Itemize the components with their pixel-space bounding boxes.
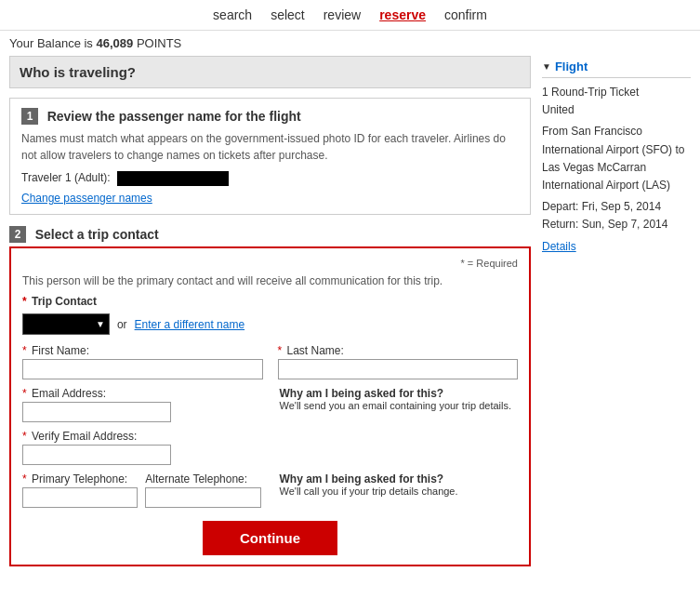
balance-unit: POINTS xyxy=(137,36,181,50)
step2-outer: 2 Select a trip contact * = Required Thi… xyxy=(9,226,531,566)
verify-email-label: * Verify Email Address: xyxy=(22,430,261,443)
section-title: Who is traveling? xyxy=(20,64,136,80)
first-name-input[interactable] xyxy=(22,359,263,379)
why-phone-title: Why am I being asked for this? xyxy=(280,472,519,486)
traveler-label: Traveler 1 (Adult): xyxy=(21,171,111,184)
sidebar-collapse-icon[interactable]: ▼ xyxy=(542,61,551,72)
primary-phone-input[interactable] xyxy=(22,487,138,508)
sidebar-content: 1 Round-Trip Ticket United From San Fran… xyxy=(542,84,691,256)
sidebar-route: From San Francisco International Airport… xyxy=(542,123,691,194)
step2-block: * = Required This person will be the pri… xyxy=(9,246,531,566)
balance-bar: Your Balance is 46,089 POINTS xyxy=(0,31,700,56)
phone-left: * Primary Telephone: Alternate Telephone… xyxy=(22,472,261,508)
select-arrow-icon: ▼ xyxy=(96,319,105,329)
top-navigation: search select review reserve confirm xyxy=(0,0,700,31)
contact-section-label: Trip Contact xyxy=(32,295,97,308)
enter-different-name-link[interactable]: Enter a different name xyxy=(135,318,245,331)
nav-review[interactable]: review xyxy=(324,7,361,22)
primary-phone-label: * Primary Telephone: xyxy=(22,472,138,486)
required-note: * = Required xyxy=(22,258,518,269)
nav-confirm[interactable]: confirm xyxy=(444,7,487,22)
name-row: * First Name: * Last Name: xyxy=(22,344,518,379)
balance-prefix: Your Balance is xyxy=(9,36,93,50)
req-marker: * xyxy=(22,295,27,308)
email-label: * Email Address: xyxy=(22,387,261,400)
phone-section: * Primary Telephone: Alternate Telephone… xyxy=(22,472,518,508)
alt-phone-input[interactable] xyxy=(145,487,260,508)
email-input[interactable] xyxy=(22,402,171,422)
why-email-text: We'll send you an email containing your … xyxy=(280,400,519,411)
alt-phone-field: Alternate Telephone: xyxy=(145,472,260,508)
why-phone-text: We'll call you if your trip details chan… xyxy=(280,486,519,497)
step1-block: 1 Review the passenger name for the flig… xyxy=(9,98,531,215)
continue-btn-row: Continue xyxy=(22,521,518,555)
nav-reserve[interactable]: reserve xyxy=(379,7,426,22)
section-header: Who is traveling? xyxy=(9,56,531,88)
sidebar-details-link[interactable]: Details xyxy=(542,238,691,256)
alt-phone-label: Alternate Telephone: xyxy=(145,472,260,486)
first-name-label: * First Name: xyxy=(22,344,263,357)
verify-email-input[interactable] xyxy=(22,445,171,465)
trip-contact-label: * Trip Contact xyxy=(22,295,518,308)
first-name-field: * First Name: xyxy=(22,344,263,379)
contact-select-wrapper[interactable]: ▼ xyxy=(22,313,110,335)
step1-number: 1 xyxy=(21,108,38,125)
traveler-name-redacted xyxy=(117,171,229,186)
step1-header: 1 Review the passenger name for the flig… xyxy=(21,108,519,125)
step2-number: 2 xyxy=(9,226,26,243)
why-email-title: Why am I being asked for this? xyxy=(280,387,519,400)
why-email-box: Why am I being asked for this? We'll sen… xyxy=(280,387,519,465)
traveler-info: Traveler 1 (Adult): xyxy=(21,171,519,186)
sidebar-depart: Depart: Fri, Sep 5, 2014 xyxy=(542,198,691,216)
contact-intro: This person will be the primary contact … xyxy=(22,274,518,287)
left-content: Who is traveling? 1 Review the passenger… xyxy=(9,56,531,576)
main-layout: Who is traveling? 1 Review the passenger… xyxy=(0,56,700,585)
step1-title: Review the passenger name for the flight xyxy=(47,109,301,124)
last-name-input[interactable] xyxy=(278,359,519,379)
sidebar-airline: United xyxy=(542,101,691,119)
step2-header: 2 Select a trip contact xyxy=(9,226,531,243)
sidebar-return: Return: Sun, Sep 7, 2014 xyxy=(542,216,691,233)
or-text: or xyxy=(117,318,127,331)
nav-select[interactable]: select xyxy=(271,7,305,22)
step1-description: Names must match what appears on the gov… xyxy=(21,130,519,164)
email-section: * Email Address: * Verify Email Address:… xyxy=(22,387,518,465)
why-phone-box: Why am I being asked for this? We'll cal… xyxy=(280,472,519,508)
sidebar-flight-title: Flight xyxy=(555,60,588,73)
email-left: * Email Address: * Verify Email Address: xyxy=(22,387,261,465)
continue-button[interactable]: Continue xyxy=(203,521,337,555)
nav-search[interactable]: search xyxy=(213,7,252,22)
right-sidebar: ▼ Flight 1 Round-Trip Ticket United From… xyxy=(542,56,691,576)
step2-title: Select a trip contact xyxy=(35,227,159,242)
primary-phone-field: * Primary Telephone: xyxy=(22,472,138,508)
last-name-field: * Last Name: xyxy=(278,344,519,379)
trip-contact-row: ▼ or Enter a different name xyxy=(22,313,518,335)
change-names-link[interactable]: Change passenger names xyxy=(21,192,519,205)
balance-amount: 46,089 xyxy=(96,36,133,50)
sidebar-ticket-type: 1 Round-Trip Ticket xyxy=(542,84,691,101)
last-name-label: * Last Name: xyxy=(278,344,519,357)
sidebar-header: ▼ Flight xyxy=(542,56,691,78)
